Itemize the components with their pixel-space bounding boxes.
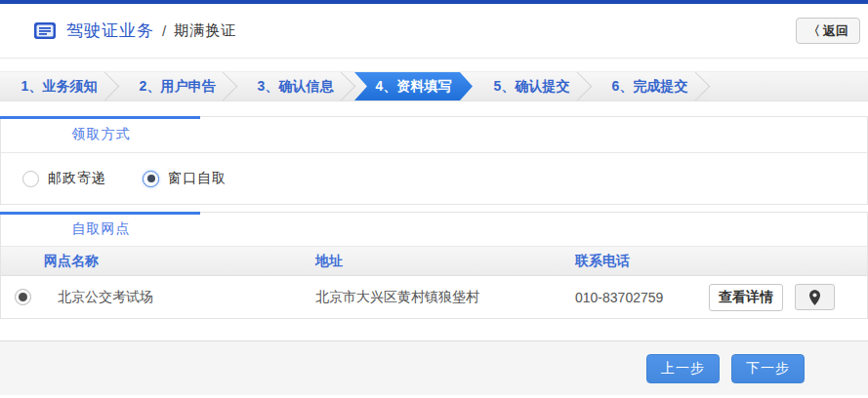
step-label: 2、用户申告: [140, 78, 216, 96]
radio-circle-icon[interactable]: [22, 171, 39, 187]
pickup-location-tab: 自取网点: [1, 220, 201, 238]
step-6-finish-submit[interactable]: 6、完成提交: [591, 72, 709, 100]
step-3-confirm-info[interactable]: 3、确认信息: [236, 72, 354, 100]
previous-step-button[interactable]: 上一步: [646, 354, 720, 383]
collection-method-options: 邮政寄递 窗口自取: [1, 153, 867, 204]
view-details-button[interactable]: 查看详情: [709, 284, 783, 311]
pickup-location-tab-row: 自取网点: [1, 213, 867, 247]
row-address: 北京市大兴区黄村镇狼垡村: [304, 289, 567, 306]
collection-method-tab-row: 领取方式: [1, 117, 867, 153]
footer-action-bar: 上一步 下一步: [0, 340, 868, 395]
location-pin-icon: [809, 290, 820, 305]
breadcrumb-separator: /: [162, 22, 166, 39]
breadcrumb-current: 期满换证: [174, 21, 236, 40]
collection-method-tab: 领取方式: [1, 126, 201, 143]
step-2-user-declaration[interactable]: 2、用户申告: [118, 72, 236, 100]
next-step-button[interactable]: 下一步: [731, 354, 805, 383]
collection-method-section: 领取方式 邮政寄递 窗口自取: [0, 116, 868, 205]
column-header-name: 网点名称: [44, 253, 304, 270]
map-location-button[interactable]: [795, 284, 835, 310]
radio-circle-icon[interactable]: [143, 171, 159, 187]
row-phone: 010-83702759: [567, 290, 694, 305]
pickup-location-section: 自取网点 网点名称 地址 联系电话 北京公交考试场 北京市大兴区黄村镇狼垡村 0…: [0, 212, 868, 319]
radio-window-pickup-label: 窗口自取: [168, 170, 227, 187]
row-select-radio[interactable]: [15, 289, 31, 305]
step-label: 4、资料填写: [376, 78, 452, 96]
column-header-phone: 联系电话: [567, 253, 694, 270]
step-label: 3、确认信息: [258, 78, 334, 96]
wizard-steps: 1、业务须知 2、用户申告 3、确认信息 4、资料填写 5、确认提交 6、完成提…: [0, 71, 868, 101]
step-label: 5、确认提交: [494, 78, 570, 96]
radio-postal-delivery[interactable]: 邮政寄递: [22, 170, 106, 187]
steps-trailing-area: [709, 72, 868, 100]
step-label: 1、业务须知: [21, 78, 98, 96]
back-button-label: 返回: [823, 22, 848, 40]
radio-window-pickup[interactable]: 窗口自取: [143, 170, 227, 187]
column-header-address: 地址: [304, 253, 567, 270]
page-title: 驾驶证业务: [66, 20, 154, 42]
table-row: 北京公交考试场 北京市大兴区黄村镇狼垡村 010-83702759 查看详情: [1, 276, 867, 318]
back-chevron-icon: 〈: [807, 22, 820, 40]
step-label: 6、完成提交: [612, 78, 688, 96]
page-header: 驾驶证业务 / 期满换证 〈返回: [0, 4, 868, 59]
step-4-fill-materials[interactable]: 4、资料填写: [354, 72, 473, 100]
back-button[interactable]: 〈返回: [796, 18, 860, 44]
radio-postal-delivery-label: 邮政寄递: [48, 170, 106, 187]
step-5-confirm-submit[interactable]: 5、确认提交: [473, 72, 591, 100]
pickup-table-header: 网点名称 地址 联系电话: [1, 247, 867, 276]
step-1-business-notice[interactable]: 1、业务须知: [0, 72, 118, 100]
row-location-name: 北京公交考试场: [44, 289, 304, 306]
form-list-icon: [33, 21, 57, 40]
